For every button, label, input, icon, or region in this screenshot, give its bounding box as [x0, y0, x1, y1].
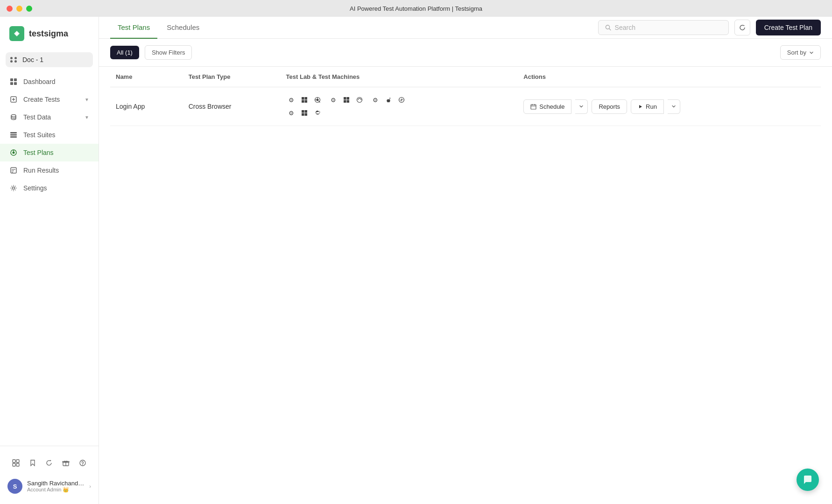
tab-schedules[interactable]: Schedules: [159, 17, 207, 39]
sidebar-item-label: Test Suites: [23, 131, 55, 139]
svg-rect-30: [302, 97, 304, 100]
help-button[interactable]: [75, 455, 90, 470]
svg-rect-31: [304, 97, 307, 100]
sidebar-bottom: S Sangith Ravichandr... Account Admin 👑 …: [0, 446, 99, 504]
sidebar-item-test-plans[interactable]: Test Plans: [0, 144, 99, 161]
search-input[interactable]: [615, 24, 722, 31]
windows-icon: [299, 95, 310, 105]
run-button[interactable]: Run: [631, 99, 664, 114]
svg-rect-51: [531, 105, 536, 109]
refresh-button[interactable]: [734, 20, 750, 35]
show-filters-button[interactable]: Show Filters: [145, 45, 192, 60]
schedule-dropdown-button[interactable]: [575, 99, 588, 114]
svg-rect-49: [302, 113, 304, 116]
chevron-down-icon: ▼: [85, 115, 89, 120]
gear-icon-4: ⚙: [286, 108, 296, 118]
nav-items: Dashboard Create Tests ▼: [0, 69, 99, 446]
chat-button[interactable]: [797, 469, 819, 491]
user-info: Sangith Ravichandr... Account Admin 👑: [27, 480, 85, 493]
reports-button[interactable]: Reports: [592, 99, 627, 114]
avatar: S: [7, 479, 22, 494]
test-plan-name[interactable]: Login App: [116, 103, 145, 110]
logo-text: testsigma: [29, 29, 68, 39]
test-plan-type: Cross Browser: [189, 103, 232, 110]
chevron-down-icon: [579, 104, 584, 109]
titlebar: AI Powered Test Automation Platform | Te…: [0, 0, 832, 17]
sidebar-item-label: Dashboard: [23, 78, 56, 85]
user-section[interactable]: S Sangith Ravichandr... Account Admin 👑 …: [0, 474, 99, 498]
tab-test-plans[interactable]: Test Plans: [110, 17, 157, 39]
svg-rect-47: [302, 110, 304, 113]
create-test-plan-button[interactable]: Create Test Plan: [756, 20, 821, 35]
svg-rect-48: [304, 110, 307, 113]
addons-button[interactable]: [8, 455, 23, 470]
svg-rect-42: [346, 100, 349, 103]
svg-rect-21: [13, 463, 15, 466]
play-icon: [638, 104, 643, 109]
user-name: Sangith Ravichandr...: [27, 480, 85, 487]
create-tests-icon: [9, 95, 18, 104]
main-content: Test Plans Schedules: [99, 17, 832, 504]
logo[interactable]: testsigma: [0, 17, 99, 50]
sort-by-dropdown[interactable]: Sort by: [780, 45, 821, 60]
machine-row-2: ⚙: [286, 108, 513, 118]
schedule-button[interactable]: Schedule: [523, 99, 571, 114]
sidebar-item-test-data[interactable]: Test Data ▼: [0, 108, 99, 126]
minimize-button[interactable]: [16, 6, 22, 12]
refresh-icon: [739, 24, 746, 31]
test-plans-icon: [9, 148, 18, 157]
close-button[interactable]: [7, 6, 13, 12]
svg-rect-1: [10, 78, 13, 81]
apple-icon: [383, 95, 394, 105]
edge-icon: [312, 108, 323, 118]
workspace-dots-icon: [10, 57, 18, 63]
chrome-icon: [312, 95, 323, 105]
bookmark-button[interactable]: [25, 455, 40, 470]
svg-rect-3: [10, 82, 13, 85]
maximize-button[interactable]: [26, 6, 32, 12]
firefox-icon: [354, 95, 365, 105]
sidebar-item-test-suites[interactable]: Test Suites: [0, 126, 99, 144]
sidebar-item-label: Test Data: [23, 113, 51, 121]
test-data-icon: [9, 113, 18, 121]
col-header-lab: Test Lab & Test Machines: [281, 67, 518, 87]
col-header-actions: Actions: [518, 67, 821, 87]
sidebar-item-dashboard[interactable]: Dashboard: [0, 73, 99, 91]
window-title: AI Powered Test Automation Platform | Te…: [350, 5, 482, 12]
svg-rect-4: [14, 82, 17, 85]
actions-cell: Schedule Reports: [523, 99, 815, 114]
workspace-selector[interactable]: Doc - 1: [6, 52, 93, 67]
chat-icon: [803, 475, 813, 485]
test-suites-icon: [9, 131, 18, 139]
svg-point-35: [316, 99, 318, 101]
search-box[interactable]: [598, 20, 729, 35]
user-chevron-icon: ›: [89, 483, 91, 489]
svg-rect-22: [16, 463, 19, 466]
svg-rect-19: [13, 460, 15, 462]
svg-point-27: [82, 464, 83, 465]
gift-button[interactable]: [58, 455, 73, 470]
header-tabs: Test Plans Schedules: [99, 17, 832, 39]
svg-point-0: [15, 32, 18, 35]
sidebar-item-run-results[interactable]: Run Results: [0, 161, 99, 179]
chevron-down-icon: ▼: [85, 97, 89, 102]
sidebar-item-create-tests[interactable]: Create Tests ▼: [0, 91, 99, 108]
refresh-button[interactable]: [42, 455, 56, 470]
sidebar-item-label: Settings: [23, 184, 47, 192]
search-icon: [605, 24, 611, 31]
machine-row-1: ⚙: [286, 95, 513, 105]
bottom-toolbar: [0, 452, 99, 474]
chevron-down-icon: [809, 50, 814, 55]
settings-icon: [9, 184, 18, 192]
logo-icon: [9, 26, 24, 41]
all-filter-button[interactable]: All (1): [110, 46, 139, 59]
svg-point-13: [13, 152, 15, 154]
run-dropdown-button[interactable]: [668, 99, 680, 114]
svg-rect-40: [346, 97, 349, 100]
dashboard-icon: [9, 77, 18, 86]
sidebar-item-settings[interactable]: Settings: [0, 179, 99, 197]
gear-icon-3: ⚙: [370, 95, 381, 105]
svg-rect-9: [10, 132, 17, 133]
window-controls: [7, 6, 32, 12]
col-header-type: Test Plan Type: [183, 67, 281, 87]
